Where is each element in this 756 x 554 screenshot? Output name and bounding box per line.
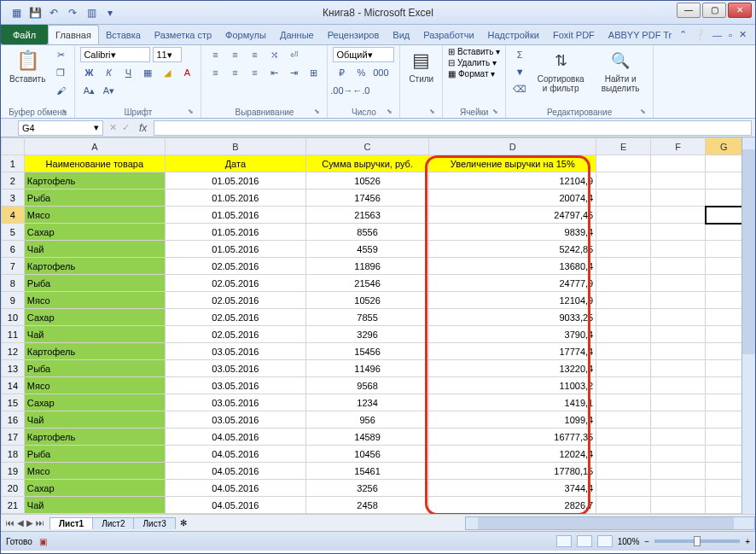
cell[interactable] (651, 446, 706, 463)
ribbon-tab-вид[interactable]: Вид (386, 25, 416, 44)
cell[interactable] (706, 463, 742, 480)
cancel-icon[interactable]: ✕ (107, 122, 119, 133)
macro-record-icon[interactable]: ▣ (32, 537, 54, 546)
cell[interactable] (596, 360, 651, 377)
cell[interactable] (596, 463, 651, 480)
cell-date[interactable]: 02.05.2016 (165, 275, 305, 292)
align-middle-button[interactable]: ≡ (226, 47, 243, 62)
delete-cells-button[interactable]: ⊟ Удалить ▾ (448, 58, 497, 67)
maximize-button[interactable]: ▢ (702, 3, 726, 18)
border-button[interactable]: ▦ (139, 65, 156, 80)
cell[interactable] (596, 411, 651, 429)
sheet-tab[interactable]: Лист3 (133, 517, 175, 529)
header-cell-b[interactable]: Дата (165, 155, 305, 172)
cell-increase[interactable]: 13220,4 (429, 360, 596, 377)
cell-date[interactable]: 04.05.2016 (165, 446, 305, 463)
save-icon[interactable]: 💾 (28, 6, 42, 20)
cell[interactable] (651, 309, 706, 326)
cell[interactable] (596, 497, 651, 514)
cell-increase[interactable]: 12024,4 (429, 446, 596, 463)
bold-button[interactable]: Ж (80, 65, 97, 80)
cell-increase[interactable]: 3790,4 (429, 326, 596, 343)
zoom-slider[interactable] (654, 539, 740, 543)
minimize-button[interactable]: — (677, 3, 701, 18)
cell-name[interactable]: Мясо (24, 377, 165, 394)
cell[interactable] (596, 190, 651, 207)
cell-date[interactable]: 04.05.2016 (165, 480, 305, 497)
cell[interactable] (706, 155, 742, 172)
qat-icon[interactable]: ▥ (84, 6, 98, 20)
cell[interactable] (706, 172, 742, 190)
orientation-button[interactable]: ⤭ (265, 47, 282, 62)
font-color-button[interactable]: A (178, 65, 195, 80)
cell-name[interactable]: Рыба (24, 446, 165, 463)
row-header[interactable]: 1 (2, 155, 25, 172)
cell[interactable] (596, 429, 651, 446)
cell-name[interactable]: Чай (24, 241, 165, 258)
merge-button[interactable]: ⊞ (305, 65, 322, 80)
fx-button[interactable]: fx (132, 122, 154, 134)
align-center-button[interactable]: ≡ (226, 65, 243, 80)
cell-name[interactable]: Чай (24, 326, 165, 343)
cell-increase[interactable]: 1099,4 (429, 411, 596, 429)
enter-icon[interactable]: ✓ (119, 122, 132, 133)
horizontal-scrollbar[interactable] (465, 516, 755, 530)
cell-sum[interactable]: 21546 (305, 275, 428, 292)
paste-button[interactable]: 📋 Вставить (6, 47, 49, 85)
cell-increase[interactable]: 20074,4 (429, 190, 596, 207)
cell-date[interactable]: 04.05.2016 (165, 463, 305, 480)
row-header[interactable]: 3 (2, 190, 25, 207)
cell[interactable] (706, 497, 742, 514)
cell[interactable] (706, 326, 742, 343)
last-sheet-icon[interactable]: ⏭ (36, 518, 44, 528)
column-header-A[interactable]: A (24, 138, 165, 155)
ribbon-tab-foxit pdf[interactable]: Foxit PDF (546, 25, 602, 44)
cell-increase[interactable]: 9839,4 (429, 224, 596, 241)
cell[interactable] (651, 463, 706, 480)
select-all-corner[interactable] (2, 138, 25, 155)
ribbon-tab-рецензиров[interactable]: Рецензиров (321, 25, 387, 44)
header-cell-c[interactable]: Сумма выручки, руб. (305, 155, 428, 172)
row-header[interactable]: 18 (2, 446, 25, 463)
cell[interactable] (706, 258, 742, 275)
font-name-select[interactable]: Calibri ▾ (80, 47, 150, 62)
cell-name[interactable]: Мясо (24, 292, 165, 309)
format-painter-icon[interactable]: 🖌 (52, 83, 69, 98)
cell-sum[interactable]: 15456 (305, 343, 428, 360)
undo-icon[interactable]: ↶ (47, 6, 61, 20)
cell[interactable] (651, 343, 706, 360)
cell-date[interactable]: 03.05.2016 (165, 411, 305, 429)
cell[interactable] (596, 343, 651, 360)
align-left-button[interactable]: ≡ (206, 65, 224, 80)
cell-increase[interactable]: 24777,9 (429, 275, 596, 292)
decrease-indent-button[interactable]: ⇤ (265, 65, 282, 80)
row-header[interactable]: 17 (2, 429, 25, 446)
cell-date[interactable]: 03.05.2016 (165, 343, 305, 360)
cell[interactable] (596, 446, 651, 463)
cell[interactable] (706, 224, 742, 241)
cell-sum[interactable]: 8556 (305, 224, 428, 241)
name-box[interactable]: G4▾ (18, 120, 103, 136)
zoom-level[interactable]: 100% (618, 537, 640, 546)
cell-sum[interactable]: 10526 (305, 292, 428, 309)
ribbon-tab-разметка стр[interactable]: Разметка стр (148, 25, 218, 44)
cell-name[interactable]: Чай (24, 497, 165, 514)
align-top-button[interactable]: ≡ (206, 47, 224, 62)
column-header-D[interactable]: D (429, 138, 596, 155)
cell[interactable] (596, 309, 651, 326)
sort-filter-button[interactable]: ⇅ Сортировка и фильтр (532, 47, 590, 95)
row-header[interactable]: 20 (2, 480, 25, 497)
grow-font-button[interactable]: A▴ (80, 83, 97, 98)
page-layout-view-button[interactable] (577, 535, 592, 547)
cell[interactable] (596, 224, 651, 241)
cell-increase[interactable]: 16777,35 (429, 429, 596, 446)
cell[interactable] (596, 326, 651, 343)
cell-sum[interactable]: 4559 (305, 241, 428, 258)
currency-button[interactable]: ₽ (333, 65, 350, 80)
cell-name[interactable]: Картофель (24, 172, 165, 190)
cell-increase[interactable]: 17774,4 (429, 343, 596, 360)
row-header[interactable]: 13 (2, 360, 25, 377)
cell[interactable] (596, 292, 651, 309)
redo-icon[interactable]: ↷ (66, 6, 79, 20)
cell-name[interactable]: Картофель (24, 343, 165, 360)
